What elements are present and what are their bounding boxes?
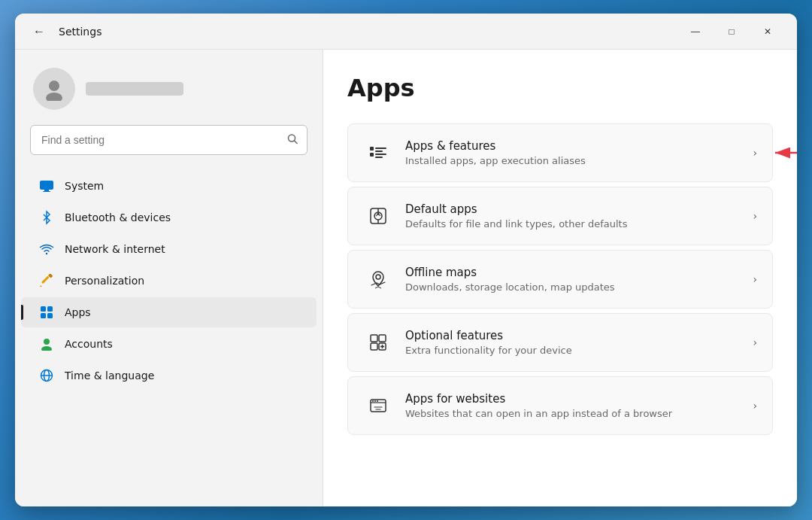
- svg-rect-13: [41, 306, 46, 312]
- svg-rect-14: [47, 306, 53, 312]
- svg-rect-27: [375, 157, 383, 158]
- offline-maps-title: Offline maps: [405, 266, 744, 279]
- bluetooth-icon: [39, 210, 54, 225]
- sidebar-item-system[interactable]: System: [21, 171, 317, 201]
- search-box: [30, 125, 308, 155]
- optional-features-chevron: ›: [753, 336, 757, 348]
- svg-rect-25: [375, 151, 383, 152]
- apps-websites-text: Apps for websites Websites that can open…: [405, 392, 744, 419]
- apps-websites-chevron: ›: [753, 400, 757, 412]
- svg-rect-16: [47, 313, 53, 318]
- maximize-button[interactable]: □: [714, 20, 749, 44]
- globe-icon: [39, 368, 54, 383]
- apps-icon: [39, 305, 54, 320]
- apps-features-text: Apps & features Installed apps, app exec…: [405, 139, 744, 166]
- settings-item-apps-websites[interactable]: Apps for websites Websites that can open…: [347, 376, 773, 435]
- apps-features-wrapper: Apps & features Installed apps, app exec…: [347, 123, 773, 182]
- person-icon: [39, 336, 54, 351]
- svg-rect-5: [44, 190, 49, 191]
- settings-list: Apps & features Installed apps, app exec…: [347, 123, 773, 435]
- apps-websites-icon: [363, 391, 393, 421]
- sidebar-item-bluetooth[interactable]: Bluetooth & devices: [21, 202, 317, 233]
- monitor-icon: [39, 178, 54, 193]
- svg-point-42: [374, 400, 376, 402]
- svg-rect-26: [375, 154, 386, 155]
- settings-item-apps-features[interactable]: Apps & features Installed apps, app exec…: [347, 123, 773, 182]
- offline-maps-icon: [363, 264, 393, 294]
- network-icon: [39, 242, 54, 257]
- sidebar-item-time[interactable]: Time & language: [21, 360, 317, 391]
- sidebar-label-network: Network & internet: [65, 243, 165, 255]
- svg-point-17: [44, 339, 50, 345]
- settings-item-default-apps[interactable]: Default apps Defaults for file and link …: [347, 187, 773, 245]
- user-name: [86, 82, 183, 96]
- svg-point-41: [372, 400, 374, 402]
- optional-features-text: Optional features Extra functionality fo…: [405, 329, 744, 356]
- svg-point-0: [49, 81, 59, 91]
- svg-rect-23: [370, 153, 374, 157]
- svg-rect-22: [370, 147, 374, 151]
- apps-features-icon: [363, 138, 393, 168]
- sidebar-item-accounts[interactable]: Accounts: [21, 329, 317, 359]
- sidebar: System Bluetooth & devices: [15, 50, 323, 506]
- sidebar-item-personalization[interactable]: Personalization: [21, 266, 317, 296]
- apps-websites-title: Apps for websites: [405, 392, 744, 406]
- offline-maps-desc: Downloads, storage location, map updates: [405, 281, 744, 293]
- sidebar-label-accounts: Accounts: [65, 338, 113, 350]
- svg-rect-4: [40, 181, 53, 190]
- svg-point-43: [377, 400, 378, 402]
- back-button[interactable]: ←: [27, 20, 51, 44]
- svg-marker-11: [40, 285, 42, 287]
- sidebar-label-apps: Apps: [65, 306, 91, 318]
- apps-features-desc: Installed apps, app execution aliases: [405, 155, 744, 166]
- optional-features-title: Optional features: [405, 329, 744, 342]
- svg-rect-15: [41, 313, 46, 318]
- sidebar-label-bluetooth: Bluetooth & devices: [65, 211, 171, 224]
- settings-window: ← Settings — □ ✕: [15, 14, 797, 506]
- apps-websites-desc: Websites that can open in an app instead…: [405, 408, 744, 419]
- sidebar-label-system: System: [65, 180, 104, 192]
- svg-point-33: [376, 275, 380, 279]
- main-panel: Apps: [323, 50, 797, 506]
- svg-rect-34: [371, 335, 377, 342]
- svg-rect-10: [41, 276, 50, 284]
- search-input[interactable]: [30, 125, 308, 155]
- sidebar-label-personalization: Personalization: [65, 275, 144, 287]
- apps-features-chevron: ›: [753, 147, 757, 159]
- pencil-icon: [39, 273, 54, 288]
- page-title: Apps: [347, 74, 773, 102]
- settings-item-offline-maps[interactable]: Offline maps Downloads, storage location…: [347, 250, 773, 309]
- default-apps-chevron: ›: [753, 210, 757, 222]
- default-apps-title: Default apps: [405, 202, 744, 216]
- sidebar-item-apps[interactable]: Apps: [21, 297, 317, 327]
- optional-features-desc: Extra functionality for your device: [405, 345, 744, 356]
- default-apps-text: Default apps Defaults for file and link …: [405, 202, 744, 230]
- svg-rect-36: [371, 343, 377, 350]
- svg-rect-6: [43, 191, 50, 192]
- optional-features-icon: [363, 327, 393, 357]
- close-button[interactable]: ✕: [750, 20, 785, 44]
- svg-point-1: [46, 93, 62, 101]
- svg-point-9: [46, 253, 47, 254]
- sidebar-label-time: Time & language: [65, 369, 154, 382]
- offline-maps-chevron: ›: [753, 273, 757, 285]
- sidebar-item-network[interactable]: Network & internet: [21, 234, 317, 264]
- title-bar-controls: — □ ✕: [678, 20, 785, 44]
- nav-items: System Bluetooth & devices: [15, 170, 323, 391]
- avatar: [33, 68, 75, 110]
- default-apps-desc: Defaults for file and link types, other …: [405, 218, 744, 230]
- apps-features-title: Apps & features: [405, 139, 744, 153]
- svg-rect-24: [375, 147, 386, 149]
- window-title: Settings: [59, 26, 102, 38]
- svg-point-18: [41, 346, 52, 351]
- svg-rect-35: [379, 335, 386, 342]
- content-area: System Bluetooth & devices: [15, 50, 797, 506]
- offline-maps-text: Offline maps Downloads, storage location…: [405, 266, 744, 293]
- title-bar: ← Settings — □ ✕: [15, 14, 797, 50]
- title-bar-left: ← Settings: [27, 20, 678, 44]
- user-section: [15, 62, 323, 125]
- arrow-annotation: [769, 141, 797, 164]
- minimize-button[interactable]: —: [678, 20, 713, 44]
- settings-item-optional-features[interactable]: Optional features Extra functionality fo…: [347, 313, 773, 372]
- default-apps-icon: [363, 201, 393, 231]
